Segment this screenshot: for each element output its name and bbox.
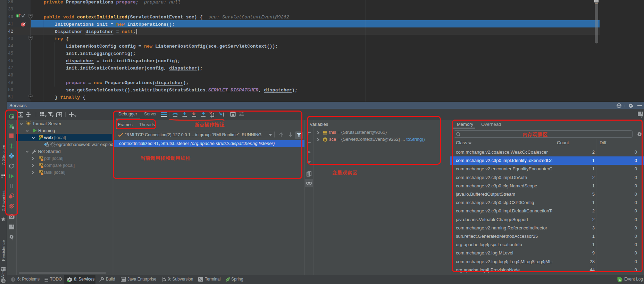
svg-text:I: I [17,15,18,18]
svg-text:1: 1 [619,278,621,282]
